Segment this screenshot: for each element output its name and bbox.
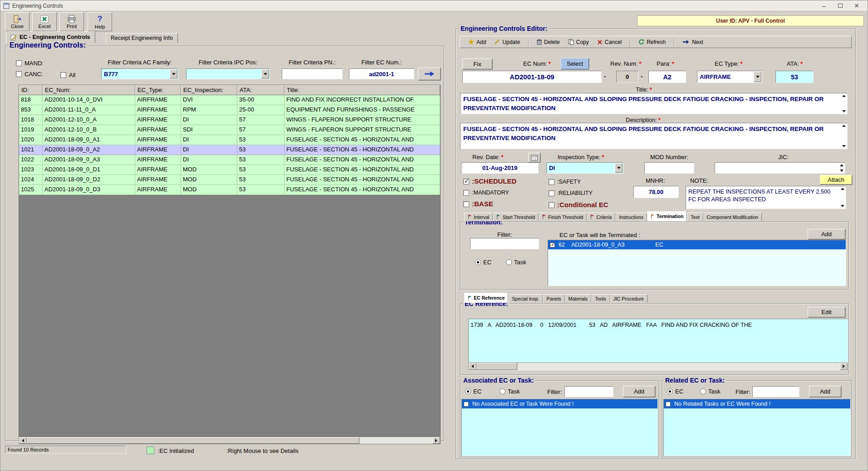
dropdown-arrow-button[interactable] (261, 69, 269, 78)
description-field[interactable]: FUSELAGE - SECTION 45 - HORIZONTAL AND S… (460, 123, 848, 149)
fix-button[interactable]: Fix (462, 58, 492, 69)
apply-filter-button[interactable] (418, 68, 441, 80)
list-item[interactable]: No Associated EC or Task Were Found ! (462, 399, 657, 408)
associated-ec-radio[interactable] (465, 388, 471, 394)
related-task-radio[interactable] (700, 388, 706, 394)
col-header-ec-num[interactable]: EC_Num: (43, 85, 135, 95)
associated-list[interactable]: No Associated EC or Task Were Found ! (461, 399, 658, 456)
scroll-spinner[interactable] (840, 187, 845, 208)
copy-button[interactable]: Copy (568, 39, 589, 45)
termination-add-button[interactable]: Add (808, 229, 845, 239)
tab-finish-threshold[interactable]: Finish Threshold (539, 213, 587, 221)
help-button[interactable]: Help (88, 12, 112, 31)
tab-start-threshold[interactable]: Start Threshold (493, 213, 539, 221)
tab-ec-reference[interactable]: EC Reference (464, 293, 508, 303)
mand-checkbox[interactable] (16, 60, 22, 66)
col-header-ec-type[interactable]: EC_Type: (135, 85, 181, 95)
tab-tools[interactable]: Tools (591, 294, 610, 303)
tab-receipt-engineering-info[interactable]: Receipt Engineering Info (106, 33, 178, 43)
ec-type-dropdown[interactable]: AIRFRAME (697, 71, 762, 83)
base-checkbox[interactable] (463, 201, 469, 207)
tab-criteria[interactable]: Criteria (587, 213, 615, 221)
scrollbar-thumb[interactable] (476, 363, 517, 370)
termination-ec-radio[interactable] (475, 259, 481, 265)
rev-date-field[interactable]: 01-Aug-2019 (461, 162, 539, 174)
conditional-ec-checkbox[interactable] (549, 202, 554, 208)
mnhr-field[interactable]: 78.00 (633, 186, 679, 198)
scroll-spinner[interactable] (841, 94, 847, 113)
scroll-right-button[interactable] (432, 437, 440, 444)
maximize-button[interactable] (832, 1, 848, 11)
select-button[interactable]: Select (561, 58, 589, 69)
scheduled-checkbox[interactable] (463, 179, 469, 185)
print-button[interactable]: Print (59, 12, 84, 31)
cancel-button[interactable]: Cancel (597, 39, 622, 45)
tab-materials[interactable]: Materials (565, 294, 592, 303)
table-row[interactable]: 1022 AD2001-18-09_0_A3 AIRFRAME DI 53 FU… (19, 155, 440, 165)
list-item[interactable]: 1739 A AD2001-18-09 0 12/09/2001 53 AD A… (469, 319, 848, 328)
inspection-type-dropdown[interactable]: DI (546, 162, 623, 174)
ec-reference-edit-button[interactable]: Edit (808, 307, 845, 317)
mod-number-field[interactable] (644, 162, 694, 174)
related-ec-radio[interactable] (667, 388, 673, 394)
close-button[interactable]: Close (5, 12, 29, 31)
table-row[interactable]: 853 AD2001-11-11_0_A AIRFRAME RPM 25-00 … (19, 105, 440, 115)
associated-add-button[interactable]: Add (623, 386, 655, 397)
minimize-button[interactable] (816, 1, 832, 11)
canc-checkbox[interactable] (16, 71, 22, 77)
filter-pn-input[interactable] (282, 68, 343, 79)
table-row[interactable]: 1019 AD2001-12-10_0_B AIRFRAME SDI 57 WI… (19, 125, 440, 135)
calendar-button[interactable] (528, 153, 540, 162)
filter-ac-family-dropdown[interactable]: B777 (101, 68, 178, 79)
refresh-button[interactable]: Refresh (638, 39, 666, 45)
rev-num-field[interactable]: 0 (616, 71, 638, 83)
list-item[interactable]: 62 AD2001-18-09_0_A3 EC (548, 240, 846, 249)
scroll-right-button[interactable] (840, 363, 848, 370)
jic-field[interactable] (715, 162, 845, 174)
tab-special-insp[interactable]: Special Insp. (508, 294, 543, 303)
ec-reference-list[interactable]: 1739 A AD2001-18-09 0 12/09/2001 53 AD A… (468, 319, 848, 370)
safety-checkbox[interactable] (549, 179, 554, 185)
termination-task-radio[interactable] (506, 259, 512, 265)
termination-filter-input[interactable] (470, 238, 539, 249)
scroll-spinner[interactable] (839, 163, 844, 173)
note-field[interactable]: REPEAT THE INSPECTIONS AT LEAST EVERY 2,… (686, 186, 846, 209)
ec-num-field[interactable]: AD2001-18-09 (462, 71, 602, 83)
table-row[interactable]: 1025 AD2001-18-09_0_D3 AIRFRAME MOD 53 F… (19, 185, 440, 195)
related-add-button[interactable]: Add (809, 386, 841, 397)
grid-horizontal-scrollbar[interactable] (19, 437, 441, 444)
col-header-title[interactable]: Title: (284, 85, 440, 95)
para-field[interactable]: A2 (648, 71, 686, 83)
attach-button[interactable]: Attach (820, 175, 852, 185)
reliability-checkbox[interactable] (549, 190, 554, 196)
ata-field[interactable]: 53 (775, 71, 814, 83)
dropdown-arrow-button[interactable] (615, 163, 623, 173)
table-row[interactable]: 1023 AD2001-18-09_0_D1 AIRFRAME MOD 53 F… (19, 165, 440, 175)
scroll-spinner[interactable] (841, 124, 847, 148)
associated-filter-input[interactable] (564, 386, 613, 397)
tab-jic-procedure[interactable]: JIC Procedure (610, 294, 647, 303)
dropdown-arrow-button[interactable] (170, 69, 177, 78)
mandatory-checkbox[interactable] (463, 190, 469, 196)
dropdown-arrow-button[interactable] (754, 72, 761, 82)
related-filter-input[interactable] (752, 386, 799, 397)
row-checkbox[interactable] (464, 402, 469, 407)
row-checkbox[interactable] (550, 243, 555, 248)
scroll-left-button[interactable] (469, 363, 476, 370)
related-list[interactable]: No Related Tasks or EC Were Found ! (663, 399, 851, 456)
delete-button[interactable]: Delete (537, 39, 560, 45)
col-header-ec-inspection[interactable]: EC_Inspection: (181, 85, 237, 95)
tab-instructions[interactable]: Instructions (615, 213, 647, 221)
table-row[interactable]: 1020 AD2001-18-09_0_A1 AIRFRAME DI 53 FU… (19, 135, 440, 145)
termination-list[interactable]: 62 AD2001-18-09_0_A3 EC (548, 240, 846, 286)
tab-interval[interactable]: Interval (464, 213, 493, 221)
tab-termination[interactable]: Termination (647, 211, 687, 221)
filter-ipc-dropdown[interactable] (186, 68, 270, 79)
all-checkbox[interactable] (60, 72, 66, 78)
scrollbar-thumb[interactable] (27, 437, 359, 444)
scroll-left-button[interactable] (19, 437, 27, 444)
table-row[interactable]: 1018 AD2001-12-10_0_A AIRFRAME DI 57 WIN… (19, 115, 440, 125)
table-row[interactable]: 818 AD2001-10-14_0_DVI AIRFRAME DVI 35-0… (19, 95, 440, 105)
row-checkbox[interactable] (666, 402, 671, 407)
col-header-ata[interactable]: ATA: (237, 85, 284, 95)
